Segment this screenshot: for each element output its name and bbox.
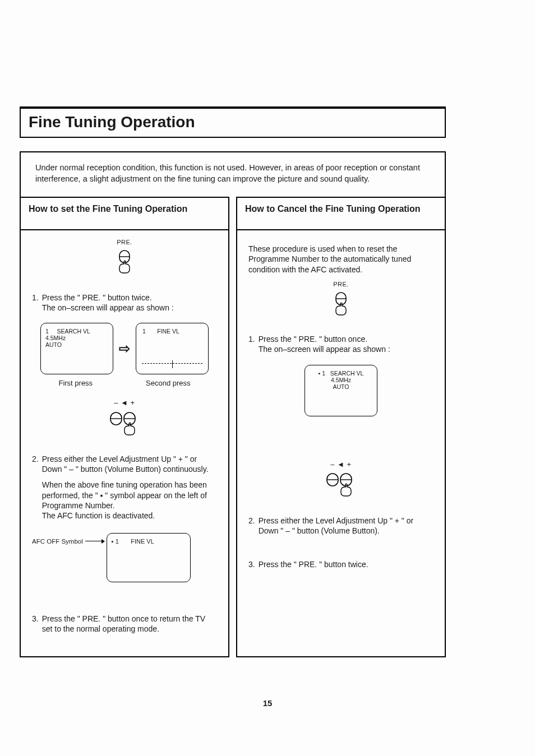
- screen-mode: FINE VL: [131, 538, 154, 545]
- pre-label: PRE.: [32, 238, 217, 246]
- screen-mode: SEARCH VL: [57, 328, 90, 335]
- second-press-caption: Second press: [146, 379, 191, 388]
- screen-auto: AUTO: [45, 341, 108, 348]
- pre-button-figure: PRE.: [32, 238, 217, 289]
- screen-ch: ▪ 1: [112, 538, 119, 545]
- cancel-step-2: 2. Press either the Level Adjustment Up …: [248, 516, 433, 536]
- pre-button-with-hand-icon: [114, 249, 135, 279]
- volume-buttons-figure: – ◄ +: [248, 460, 433, 512]
- osd-cancel-search: ▪ 1 SEARCH VL 4.5MHz AUTO: [305, 365, 377, 416]
- pre-button-with-hand-icon: [331, 291, 351, 321]
- pre-button-figure: PRE.: [248, 280, 433, 331]
- cancel-intro: These procedure is used when to reset th…: [248, 244, 433, 275]
- step-number: 3.: [32, 614, 39, 634]
- page-number: 15: [0, 698, 535, 708]
- step-text: Press either the Level Adjustment Up " +…: [259, 516, 433, 536]
- screen-ch: ▪ 1: [319, 370, 325, 377]
- col-set-heading: How to set the Fine Tuning Operation: [29, 203, 187, 215]
- col-cancel-header: How to Cancel the Fine Tuning Operation: [237, 198, 445, 230]
- afc-symbol-callout: AFC OFF Symbol ▪ 1 FINE VL: [32, 533, 217, 582]
- screen-ch: 1: [45, 328, 49, 335]
- first-press-caption: First press: [58, 379, 93, 388]
- volume-buttons-with-hand-icon: [325, 472, 357, 502]
- osd-first-press: 1 SEARCH VL 4.5MHz AUTO: [40, 323, 113, 374]
- step-text: Press the " PRE. " button twice.: [259, 559, 433, 569]
- volume-buttons-figure: – ◄ +: [32, 398, 217, 451]
- step-number: 1.: [248, 334, 255, 354]
- volume-buttons-with-hand-icon: [108, 411, 141, 440]
- volume-label: – ◄ +: [248, 460, 433, 470]
- intro-box: Under normal reception condition, this f…: [20, 151, 446, 197]
- callout-line: [85, 541, 104, 541]
- screen-mode: SEARCH VL: [330, 370, 364, 377]
- arrow-right-icon: ⇨: [119, 340, 130, 357]
- col-set: How to set the Fine Tuning Operation PRE…: [20, 197, 229, 657]
- col-cancel: How to Cancel the Fine Tuning Operation …: [236, 197, 446, 657]
- col-cancel-body: These procedure is used when to reset th…: [237, 230, 445, 581]
- screen-freq: 4.5MHz: [45, 335, 108, 341]
- osd-search: ▪ 1 SEARCH VL 4.5MHz AUTO: [248, 365, 433, 416]
- screen-ch: 1: [142, 328, 146, 335]
- title-box: Fine Tuning Operation: [20, 106, 446, 138]
- step-text: Press the " PRE. " button once. The on–s…: [259, 334, 433, 354]
- afc-off-label: AFC OFF Symbol: [32, 533, 83, 546]
- cancel-step-1: 1. Press the " PRE. " button once. The o…: [248, 334, 433, 354]
- step-text: Press the " PRE. " button once to return…: [42, 614, 217, 634]
- cancel-step-3: 3. Press the " PRE. " button twice.: [248, 559, 433, 569]
- step-number: 2.: [248, 516, 255, 536]
- set-step-2: 2. Press either the Level Adjustment Up …: [32, 454, 217, 526]
- columns: How to set the Fine Tuning Operation PRE…: [20, 197, 446, 657]
- intro-text: Under normal reception condition, this f…: [35, 163, 420, 183]
- pre-label: PRE.: [248, 280, 433, 288]
- step-number: 1.: [32, 293, 39, 313]
- screen-mode: FINE VL: [157, 328, 179, 335]
- osd-second-press: 1 FINE VL: [136, 323, 209, 374]
- step-text: Press either the Level Adjustment Up " +…: [42, 454, 217, 474]
- set-step-3: 3. Press the " PRE. " button once to ret…: [32, 614, 217, 634]
- screen-auto: AUTO: [310, 383, 372, 390]
- col-cancel-heading: How to Cancel the Fine Tuning Operation: [245, 203, 421, 215]
- step-number: 2.: [32, 454, 39, 526]
- step-text: Press the " PRE. " button twice. The on–…: [42, 293, 217, 313]
- screens-row: 1 SEARCH VL 4.5MHz AUTO ⇨ 1 FINE VL: [32, 323, 217, 374]
- caption-row: First press Second press: [32, 379, 217, 388]
- screen-freq: 4.5MHz: [310, 377, 372, 383]
- volume-label: – ◄ +: [32, 398, 217, 408]
- set-step-1: 1. Press the " PRE. " button twice. The …: [32, 293, 217, 313]
- col-set-header: How to set the Fine Tuning Operation: [21, 198, 228, 230]
- osd-afc-off: ▪ 1 FINE VL: [107, 533, 191, 582]
- step-number: 3.: [248, 559, 255, 569]
- step-para: When the above fine tuning operation has…: [42, 480, 217, 521]
- page-title: Fine Tuning Operation: [29, 113, 437, 131]
- manual-page: Fine Tuning Operation Under normal recep…: [20, 106, 446, 657]
- col-set-body: PRE. 1. Press the " PRE. " button twice.…: [21, 230, 228, 656]
